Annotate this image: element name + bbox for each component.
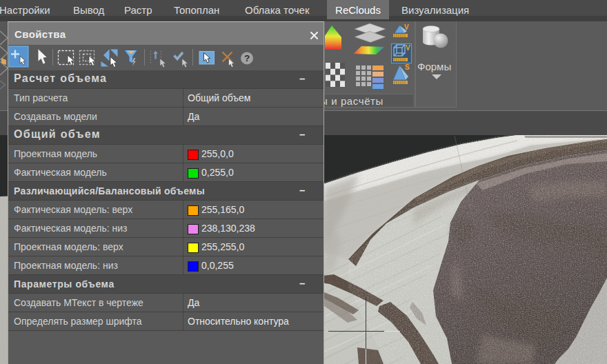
svg-text:V: V bbox=[404, 23, 409, 31]
svg-text:?: ? bbox=[244, 53, 250, 63]
svg-text:V: V bbox=[406, 44, 410, 52]
svg-text:S: S bbox=[405, 63, 410, 71]
